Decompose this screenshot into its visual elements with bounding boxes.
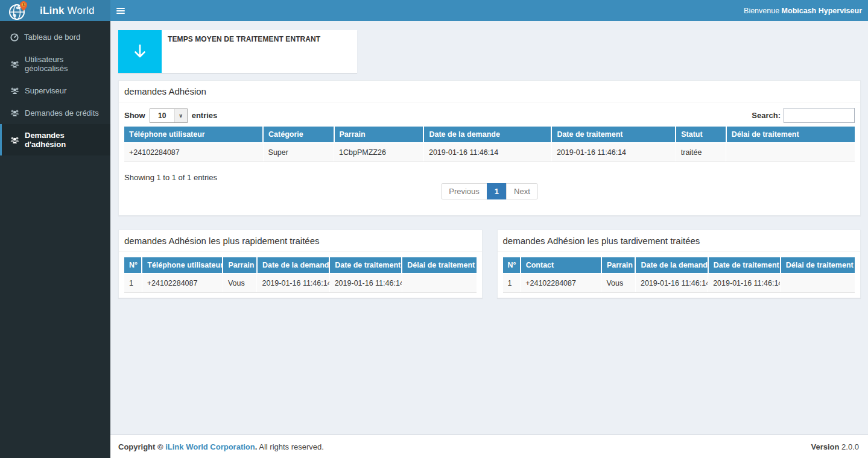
table-header-row: Téléphone utilisateur Catégorie Parrain … — [124, 127, 855, 143]
sidebar-item-label: Demandes de crédits — [25, 108, 99, 118]
infobox-temps-moyen: TEMPS MOYEN DE TRAITEMENT ENTRANT — [118, 30, 357, 73]
pagination: Previous 1 Next — [124, 183, 855, 215]
column-header: Date de traitement — [551, 127, 676, 143]
panel-title: demandes Adhésion — [119, 81, 860, 102]
users-icon — [10, 136, 19, 144]
table-row: +24102284087 Super 1CbpPMZZ26 2019-01-16… — [124, 143, 855, 162]
column-header: Date de la demande — [423, 127, 551, 143]
column-header: Parrain — [601, 257, 636, 274]
content-area: TEMPS MOYEN DE TRAITEMENT ENTRANT demand… — [110, 21, 868, 434]
table-cell: 2019-01-16 11:46:14 — [423, 143, 551, 162]
table-row: 1 +24102284087 Vous 2019-01-16 11:46:14 … — [503, 274, 855, 293]
panel-title: demandes Adhésion les plus rapidement tr… — [119, 230, 482, 252]
table-cell: 2019-01-16 11:46:14 — [329, 274, 402, 293]
column-header: Date de la demande — [257, 257, 329, 274]
chevron-down-icon: ∨ — [174, 109, 187, 122]
table-row: 1 +24102284087 Vous 2019-01-16 11:46:14 … — [124, 274, 477, 293]
column-header: Délai de traitement — [726, 127, 855, 143]
table-cell: 2019-01-16 11:46:14 — [708, 274, 781, 293]
globe-pin-logo-icon: $ — [7, 1, 29, 21]
search-control: Search: — [752, 108, 855, 123]
column-header: Date de traitement — [329, 257, 402, 274]
panel-rapidement-traitees: demandes Adhésion les plus rapidement tr… — [118, 230, 483, 298]
welcome-text: Bienvenue Mobicash Hyperviseur — [744, 7, 868, 15]
brand-name: iLink World — [40, 5, 95, 17]
brand-logo[interactable]: $ iLink World — [0, 0, 110, 21]
search-input[interactable] — [784, 108, 855, 123]
table-header-row: N° Contact Parrain Date de la demande Da… — [503, 257, 855, 274]
svg-text:$: $ — [22, 2, 25, 7]
column-header: Délai de traitement — [402, 257, 476, 274]
dashboard-icon — [10, 33, 19, 42]
sidebar-item-superviseur[interactable]: Superviseur — [0, 80, 110, 102]
table-header-row: N° Téléphone utilisateur Parrain Date de… — [124, 257, 477, 274]
table-cell: Super — [263, 143, 334, 162]
users-icon — [10, 60, 19, 68]
rapidement-traitees-table: N° Téléphone utilisateur Parrain Date de… — [124, 257, 477, 293]
table-cell: Vous — [601, 274, 636, 293]
pagination-next-button[interactable]: Next — [506, 183, 538, 199]
panel-tardivement-traitees: demandes Adhésion les plus tardivement t… — [497, 230, 861, 298]
column-header: Téléphone utilisateur — [142, 257, 223, 274]
column-header: Parrain — [334, 127, 424, 143]
table-cell — [726, 143, 855, 162]
navbar: Bienvenue Mobicash Hyperviseur — [110, 0, 868, 21]
pagination-previous-button[interactable]: Previous — [441, 183, 487, 199]
table-cell: 2019-01-16 11:46:14 — [635, 274, 708, 293]
column-header: N° — [124, 257, 142, 274]
column-header: Contact — [521, 257, 601, 274]
column-header: Statut — [676, 127, 726, 143]
footer: Copyright © iLink World Corporation. All… — [110, 434, 868, 458]
sidebar-item-demandes-adhesion[interactable]: Demandes d'adhésion — [0, 124, 110, 155]
table-cell: +24102284087 — [124, 143, 263, 162]
page-length-control: Show 10 ∨ entries — [124, 108, 217, 123]
table-cell: +24102284087 — [142, 274, 223, 293]
pagination-page-1-button[interactable]: 1 — [487, 183, 507, 199]
sidebar: Tableau de bord Utilisateurs géolocalisé… — [0, 21, 110, 458]
sidebar-item-label: Superviseur — [25, 86, 66, 95]
column-header: Date de traitement — [708, 257, 781, 274]
demandes-adhesion-table: Téléphone utilisateur Catégorie Parrain … — [124, 127, 855, 162]
table-cell: traitée — [676, 143, 726, 162]
sidebar-item-utilisateurs-geolocalises[interactable]: Utilisateurs géolocalisés — [0, 48, 110, 80]
company-link[interactable]: iLink World Corporation — [165, 442, 255, 451]
table-cell: 1 — [124, 274, 142, 293]
users-icon — [10, 87, 19, 95]
version-text: Version 2.0.0 — [811, 442, 859, 451]
hamburger-icon[interactable] — [110, 0, 131, 21]
sidebar-item-tableau-de-bord[interactable]: Tableau de bord — [0, 26, 110, 48]
column-header: Catégorie — [263, 127, 334, 143]
table-cell — [781, 274, 855, 293]
table-cell: 2019-01-16 11:46:14 — [551, 143, 676, 162]
table-cell: 2019-01-16 11:46:14 — [257, 274, 329, 293]
page-length-select[interactable]: 10 ∨ — [150, 108, 188, 123]
table-cell: 1CbpPMZZ26 — [334, 143, 424, 162]
column-header: Parrain — [223, 257, 257, 274]
sidebar-item-label: Demandes d'adhésion — [25, 131, 102, 149]
table-cell: Vous — [223, 274, 257, 293]
tardivement-traitees-table: N° Contact Parrain Date de la demande Da… — [503, 257, 855, 293]
infobox-label: TEMPS MOYEN DE TRAITEMENT ENTRANT — [162, 30, 326, 73]
sidebar-item-label: Utilisateurs géolocalisés — [25, 55, 102, 73]
panel-demandes-adhesion: demandes Adhésion Show 10 ∨ entries S — [118, 80, 861, 216]
top-bar: $ iLink World Bienvenue Mobicash Hypervi… — [0, 0, 868, 21]
copyright-text: Copyright © iLink World Corporation. All… — [118, 442, 324, 451]
sidebar-item-label: Tableau de bord — [24, 33, 80, 42]
column-header: N° — [503, 257, 521, 274]
table-cell — [402, 274, 476, 293]
column-header: Date de la demande — [635, 257, 708, 274]
panel-title: demandes Adhésion les plus tardivement t… — [498, 230, 861, 252]
table-info-text: Showing 1 to 1 of 1 entries — [124, 173, 855, 182]
table-cell: 1 — [503, 274, 521, 293]
column-header: Téléphone utilisateur — [124, 127, 263, 143]
table-cell: +24102284087 — [521, 274, 601, 293]
sidebar-item-demandes-de-credits[interactable]: Demandes de crédits — [0, 102, 110, 124]
users-icon — [10, 109, 19, 117]
column-header: Délai de traitement — [781, 257, 855, 274]
arrow-down-icon — [118, 30, 162, 73]
